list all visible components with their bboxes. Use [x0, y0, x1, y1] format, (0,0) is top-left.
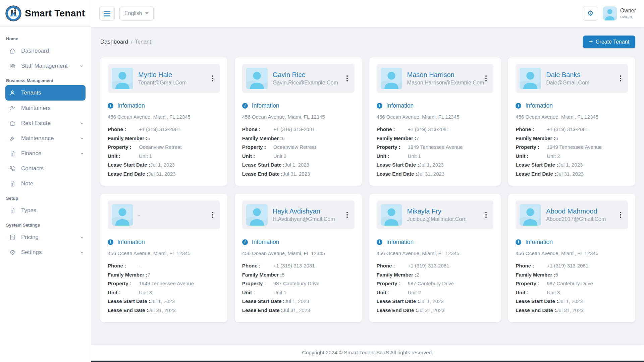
detail-row-family-member: Family Member : 5	[242, 270, 355, 280]
detail-label: Lease Start Date :	[108, 297, 150, 306]
tenant-details: Phone : +1 (319) 313-2081 Family Member …	[242, 125, 355, 178]
breadcrumb-dashboard[interactable]: Dashboard	[100, 39, 128, 45]
detail-label: Phone :	[516, 261, 547, 270]
detail-label: Lease Start Date :	[516, 161, 558, 170]
info-icon: i	[377, 239, 382, 245]
document-icon	[9, 150, 16, 157]
tenant-name-link[interactable]: Abood Mahmood	[546, 207, 606, 215]
sidebar-item-real-estate[interactable]: Real Estate	[0, 116, 91, 131]
sidebar-item-tenants[interactable]: Tenants	[5, 85, 86, 101]
nav-section-business-management: Business Management	[0, 73, 91, 85]
tenant-email: Abood2017@Gmail.Com	[546, 216, 606, 222]
create-tenant-button[interactable]: + Create Tenant	[583, 36, 635, 48]
sidebar-item-settings[interactable]: ⚙ Settings	[0, 245, 91, 260]
detail-label: Property :	[377, 279, 408, 288]
detail-label: Unit :	[242, 288, 273, 297]
plus-icon: +	[589, 38, 593, 45]
tenant-name-link[interactable]: Hayk Avdishyan	[273, 207, 335, 215]
info-icon: i	[242, 103, 248, 109]
detail-label: Family Member :	[377, 270, 416, 280]
card-menu-button[interactable]	[619, 73, 623, 83]
brand[interactable]: Smart Tenant	[0, 0, 91, 27]
tenant-email: Gavin.Rice@Example.Com	[273, 80, 338, 86]
tenant-name-link[interactable]: Gavin Rice	[273, 71, 338, 79]
settings-button[interactable]: ⚙	[583, 6, 598, 21]
detail-row-family-member: Family Member : 7	[377, 134, 494, 143]
detail-row-lease-end: Lease End Date : Jul 31, 2023	[516, 306, 628, 315]
sidebar-item-label: Note	[21, 180, 33, 187]
detail-label: Lease Start Date :	[242, 297, 285, 306]
sidebar-item-maintenance[interactable]: Maintenance	[0, 131, 91, 146]
sidebar-item-staff-management[interactable]: Staff Management	[0, 58, 91, 73]
sidebar-item-note[interactable]: Note	[0, 176, 91, 191]
sidebar-item-dashboard[interactable]: Dashboard	[0, 43, 91, 58]
detail-value: +1 (319) 313-2081	[408, 125, 449, 134]
card-menu-button[interactable]	[345, 210, 349, 220]
sidebar-item-label: Contacts	[21, 165, 44, 172]
detail-row-lease-end: Lease End Date : Jul 31, 2023	[242, 170, 355, 179]
tenant-name-link[interactable]: Mason Harrison	[407, 71, 484, 79]
detail-value: Jul 1, 2023	[150, 161, 175, 170]
detail-value: +1 (319) 313-2081	[547, 261, 588, 270]
detail-value: 6	[555, 134, 558, 143]
detail-label: Unit :	[377, 288, 408, 297]
sidebar-item-types[interactable]: Types	[0, 203, 91, 218]
detail-row-unit: Unit : Unit 2	[242, 152, 355, 161]
detail-row-property: Property : 987 Cantebury Drive	[377, 279, 494, 288]
detail-row-phone: Phone : +1 (319) 313-2081	[516, 125, 628, 134]
tenant-card: Dale Banks Dale@Gmail.Com i Infomation 4…	[508, 57, 635, 186]
detail-value: Jul 31, 2023	[283, 306, 310, 315]
detail-row-unit: Unit : Unit 1	[242, 288, 355, 297]
card-menu-button[interactable]	[619, 210, 623, 220]
detail-value: Unit 1	[139, 152, 152, 161]
detail-value: 5	[282, 270, 284, 280]
gear-icon: ⚙	[587, 9, 594, 18]
chevron-down-icon	[79, 136, 84, 141]
sidebar-toggle-button[interactable]	[99, 6, 115, 21]
detail-value: 1949 Tennessee Avenue	[408, 143, 463, 152]
detail-label: Family Member :	[242, 270, 282, 280]
tenant-name-link[interactable]: Mikayla Fry	[407, 207, 467, 215]
detail-value: Oceanview Retreat	[139, 143, 182, 152]
chevron-down-icon	[79, 121, 84, 126]
tenant-name-link[interactable]: Myrtle Hale	[138, 71, 186, 79]
tenant-name-link[interactable]: Dale Banks	[546, 71, 589, 79]
info-section-label: Infomation	[525, 102, 553, 109]
avatar	[246, 68, 268, 89]
detail-row-lease-start: Lease Start Date : Jul 1, 2023	[242, 297, 355, 306]
detail-row-lease-start: Lease Start Date : Jul 1, 2023	[242, 161, 355, 170]
user-menu[interactable]: Owner owner	[603, 6, 636, 20]
language-select[interactable]: English	[119, 6, 154, 21]
sidebar-item-maintainers[interactable]: Maintainers	[0, 101, 91, 116]
tenant-name-link: -	[138, 212, 140, 218]
detail-label: Unit :	[377, 152, 408, 161]
user-name: Owner	[620, 7, 636, 14]
card-menu-button[interactable]	[345, 73, 349, 83]
detail-value: Jul 31, 2023	[283, 170, 310, 179]
detail-label: Lease End Date :	[108, 306, 148, 315]
sidebar-item-pricing[interactable]: Pricing	[0, 230, 91, 245]
sidebar-item-finance[interactable]: Finance	[0, 146, 91, 161]
person-check-icon	[9, 105, 16, 112]
create-tenant-label: Create Tenant	[596, 39, 629, 45]
wrench-icon	[9, 135, 16, 142]
detail-label: Phone :	[108, 261, 139, 270]
detail-label: Family Member :	[377, 134, 416, 143]
card-menu-button[interactable]	[484, 210, 488, 220]
detail-row-family-member: Family Member : 2	[377, 270, 494, 280]
card-menu-button[interactable]	[211, 210, 215, 220]
detail-label: Unit :	[108, 288, 139, 297]
detail-row-property: Property : 1949 Tennessee Avenue	[377, 143, 494, 152]
card-menu-button[interactable]	[484, 73, 488, 83]
topbar: English ⚙ Owner owner	[91, 0, 644, 27]
detail-value: Unit 2	[408, 288, 421, 297]
tenant-email: Tenant@Gmail.Com	[138, 80, 186, 86]
sidebar-item-contacts[interactable]: Contacts	[0, 161, 91, 176]
detail-row-unit: Unit : Unit 1	[377, 152, 494, 161]
info-icon: i	[516, 239, 521, 245]
detail-label: Lease End Date :	[242, 306, 283, 315]
detail-value: 1949 Tennessee Avenue	[139, 279, 194, 288]
card-menu-button[interactable]	[211, 73, 215, 83]
tenant-address: 456 Ocean Avenue, Miami, FL 12345	[108, 114, 220, 120]
detail-row-property: Property : 1949 Tennessee Avenue	[516, 143, 628, 152]
